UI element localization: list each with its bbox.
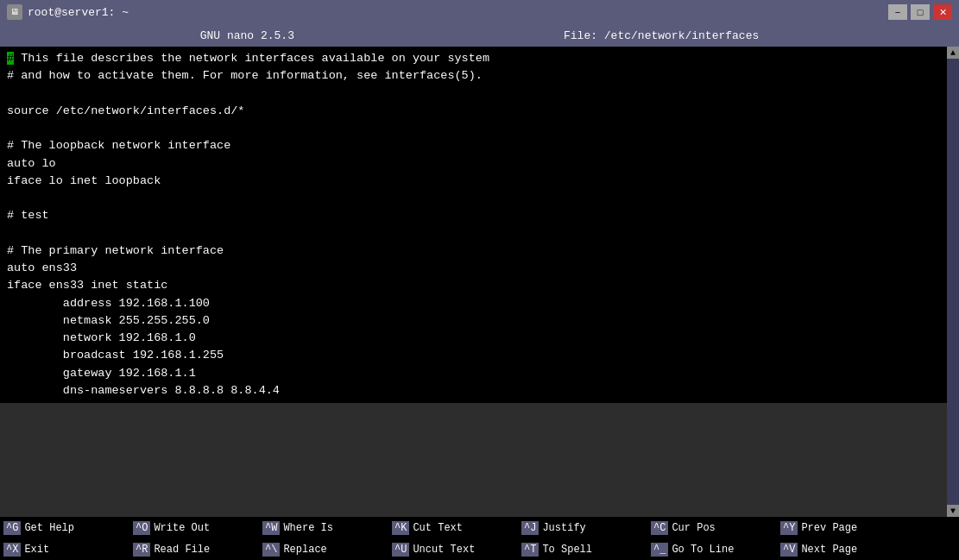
footer-item[interactable]: ^GGet Help: [0, 517, 129, 538]
footer-key: ^W: [262, 521, 280, 535]
footer-item[interactable]: ^XExit: [0, 538, 129, 560]
window-controls: − □ ✕: [888, 4, 952, 20]
footer-label: Get Help: [24, 522, 74, 534]
footer-item[interactable]: ^TTo Spell: [518, 538, 647, 560]
footer-label: Next Page: [801, 544, 857, 556]
footer-row-1: ^GGet Help^OWrite Out^WWhere Is^KCut Tex…: [0, 517, 959, 538]
footer-key: ^K: [392, 521, 409, 535]
close-button[interactable]: ✕: [933, 4, 952, 20]
footer-label: Where Is: [283, 522, 333, 534]
footer-label: Uncut Text: [413, 544, 475, 556]
footer-key: ^G: [3, 521, 21, 535]
footer-key: ^O: [133, 521, 150, 535]
footer-key: ^\: [262, 543, 280, 557]
cursor: #: [7, 52, 14, 65]
footer-item[interactable]: ^UUncut Text: [388, 538, 518, 560]
footer-item[interactable]: ^KCut Text: [388, 517, 518, 538]
scrollbar[interactable]: ▲ ▼: [947, 47, 959, 517]
footer-label: Cur Pos: [672, 522, 715, 534]
footer-key: ^X: [3, 543, 21, 557]
footer-key: ^J: [521, 521, 539, 535]
maximize-button[interactable]: □: [911, 4, 930, 20]
footer-label: Write Out: [154, 522, 210, 534]
footer-item[interactable]: ^OWrite Out: [129, 517, 259, 538]
footer-key: ^Y: [780, 521, 798, 535]
minimize-button[interactable]: −: [888, 4, 907, 20]
footer-key: ^T: [521, 543, 539, 557]
footer-label: Exit: [24, 544, 49, 556]
title-bar: 🖥 root@server1: ~ − □ ✕: [0, 0, 959, 24]
footer-label: Replace: [283, 544, 326, 556]
nano-app-version: GNU nano 2.5.3: [200, 29, 294, 42]
footer-key: ^V: [780, 543, 798, 557]
footer-label: Read File: [154, 544, 210, 556]
scroll-down-arrow[interactable]: ▼: [947, 505, 959, 517]
nano-file-spacer: [294, 29, 564, 42]
footer-item[interactable]: ^JJustify: [518, 517, 647, 538]
editor-area[interactable]: # This file describes the network interf…: [0, 47, 947, 403]
footer-item[interactable]: ^\Replace: [259, 538, 388, 560]
footer-label: Cut Text: [413, 522, 463, 534]
footer-item[interactable]: ^VNext Page: [777, 538, 906, 560]
footer: ^GGet Help^OWrite Out^WWhere Is^KCut Tex…: [0, 517, 959, 560]
footer-item[interactable]: ^YPrev Page: [777, 517, 906, 538]
footer-row-2: ^XExit^RRead File^\Replace^UUncut Text^T…: [0, 538, 959, 560]
footer-item[interactable]: ^CCur Pos: [647, 517, 777, 538]
scroll-up-arrow[interactable]: ▲: [947, 47, 959, 59]
main-content: # This file describes the network interf…: [0, 47, 959, 517]
terminal-icon: 🖥: [7, 4, 22, 20]
scrollbar-track[interactable]: [947, 59, 959, 505]
footer-key: ^U: [392, 543, 409, 557]
footer-key: ^C: [651, 521, 668, 535]
footer-label: Prev Page: [801, 522, 857, 534]
footer-item[interactable]: ^_Go To Line: [647, 538, 777, 560]
editor-content[interactable]: # This file describes the network interf…: [0, 47, 947, 517]
footer-key: ^R: [133, 543, 150, 557]
footer-label: Go To Line: [672, 544, 734, 556]
nano-file-label: File: /etc/network/interfaces: [564, 29, 759, 42]
terminal-window: 🖥 root@server1: ~ − □ ✕ GNU nano 2.5.3 F…: [0, 0, 959, 560]
footer-label: Justify: [542, 522, 585, 534]
footer-item[interactable]: ^RRead File: [129, 538, 259, 560]
footer-key: ^_: [651, 543, 668, 557]
footer-label: To Spell: [542, 544, 592, 556]
title-bar-left: 🖥 root@server1: ~: [7, 4, 129, 20]
window-title: root@server1: ~: [28, 6, 129, 19]
footer-item[interactable]: ^WWhere Is: [259, 517, 388, 538]
nano-header: GNU nano 2.5.3 File: /etc/network/interf…: [0, 24, 959, 47]
